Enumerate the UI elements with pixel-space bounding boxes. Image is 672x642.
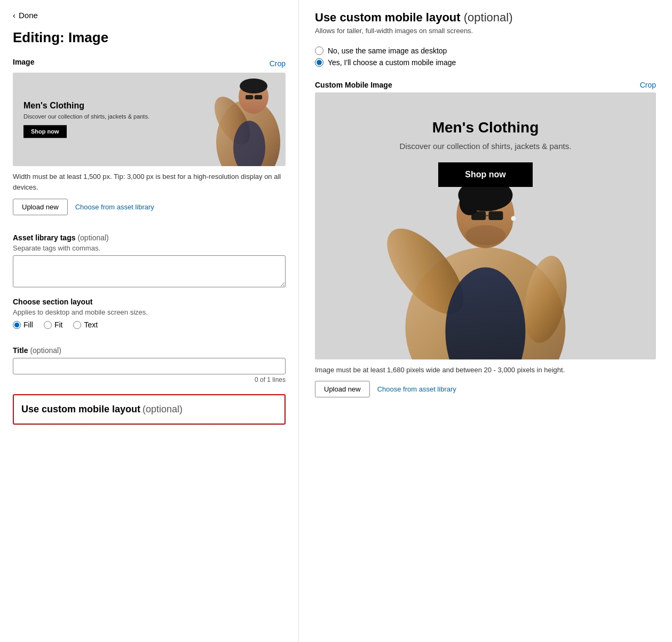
svg-rect-16	[471, 212, 486, 221]
right-title-text: Use custom mobile layout	[315, 11, 461, 24]
layout-fill-option[interactable]: Fill	[13, 320, 33, 329]
layout-text-option[interactable]: Text	[73, 320, 98, 329]
asset-library-link-desktop[interactable]: Choose from asset library	[75, 203, 154, 211]
section-layout-label: Choose section layout	[13, 297, 286, 306]
custom-mobile-image-label: Custom Mobile Image	[315, 81, 392, 89]
section-layout-hint: Applies to desktop and mobile screen siz…	[13, 308, 286, 316]
layout-radio-group: Fill Fit Text	[13, 320, 286, 329]
upload-new-button-mobile[interactable]: Upload new	[315, 381, 370, 397]
mobile-image-desc: Discover our collection of shirts, jacke…	[400, 140, 572, 153]
desktop-person-illustration	[136, 73, 286, 166]
right-main-title-container: Use custom mobile layout (optional) Allo…	[315, 11, 656, 40]
right-panel: Use custom mobile layout (optional) Allo…	[299, 0, 672, 642]
chevron-left-icon: ‹	[13, 11, 15, 20]
layout-fill-radio[interactable]	[13, 321, 21, 329]
left-panel: ‹ Done Editing: Image Image Crop Men's C…	[0, 0, 299, 642]
crop-link-desktop[interactable]: Crop	[270, 59, 286, 68]
desktop-image-preview: Men's Clothing Discover our collection o…	[13, 73, 286, 166]
mobile-text-overlay: Men's Clothing Discover our collection o…	[400, 119, 572, 187]
asset-tags-label: Asset library tags	[13, 233, 76, 242]
custom-mobile-section-left: Use custom mobile layout (optional)	[13, 394, 286, 425]
svg-point-21	[465, 225, 505, 246]
section-layout-section: Choose section layout Applies to desktop…	[13, 297, 286, 329]
right-main-title: Use custom mobile layout (optional)	[315, 11, 656, 25]
crop-link-mobile[interactable]: Crop	[640, 81, 656, 89]
custom-mobile-label-left: Use custom mobile layout	[21, 404, 140, 414]
asset-tags-section: Asset library tags (optional) Separate t…	[13, 233, 286, 289]
asset-tags-input[interactable]	[13, 255, 286, 287]
title-section: Title (optional) 0 of 1 lines	[13, 346, 286, 383]
image-label: Image	[13, 58, 34, 66]
mobile-yes-option[interactable]: Yes, I'll choose a custom mobile image	[315, 58, 656, 67]
layout-text-radio[interactable]	[73, 321, 81, 329]
mobile-person-illustration	[315, 159, 656, 359]
custom-mobile-optional-left: (optional)	[143, 404, 183, 414]
layout-fill-label: Fill	[23, 320, 33, 329]
custom-mobile-image-section: Custom Mobile Image Crop Men's Clothing …	[315, 76, 656, 403]
asset-tags-hint: Separate tags with commas.	[13, 244, 286, 252]
svg-point-19	[511, 216, 516, 221]
title-input[interactable]	[13, 358, 286, 374]
layout-text-label: Text	[84, 320, 98, 329]
back-link[interactable]: ‹ Done	[13, 11, 286, 20]
upload-new-button-desktop[interactable]: Upload new	[13, 199, 68, 215]
asset-library-link-mobile[interactable]: Choose from asset library	[377, 385, 456, 393]
layout-fit-option[interactable]: Fit	[44, 320, 63, 329]
mobile-no-label: No, use the same image as desktop	[328, 46, 447, 55]
title-label: Title	[13, 346, 28, 355]
mobile-no-radio[interactable]	[315, 46, 323, 55]
layout-fit-radio[interactable]	[44, 321, 52, 329]
layout-fit-label: Fit	[54, 320, 63, 329]
desktop-upload-row: Upload new Choose from asset library	[13, 199, 286, 215]
mobile-image-preview: Men's Clothing Discover our collection o…	[315, 92, 656, 359]
desktop-image-desc: Discover our collection of shirts, jacke…	[23, 113, 149, 121]
title-char-count: 0 of 1 lines	[13, 376, 286, 383]
mobile-image-title: Men's Clothing	[400, 119, 572, 136]
mobile-image-hint: Image must be at least 1,680 pixels wide…	[315, 365, 656, 375]
mobile-layout-radio-group: No, use the same image as desktop Yes, I…	[315, 46, 656, 70]
image-section: Image Crop Men's Clothing Discover our c…	[13, 58, 286, 225]
mobile-no-option[interactable]: No, use the same image as desktop	[315, 46, 656, 55]
mobile-yes-radio[interactable]	[315, 58, 323, 67]
asset-tags-optional: (optional)	[77, 233, 108, 242]
mobile-shop-now-button[interactable]: Shop now	[438, 162, 532, 187]
back-label: Done	[19, 11, 38, 20]
mobile-upload-row: Upload new Choose from asset library	[315, 381, 656, 397]
svg-point-3	[240, 79, 267, 93]
image-hint-desktop: Width must be at least 1,500 px. Tip: 3,…	[13, 171, 286, 192]
desktop-image-title: Men's Clothing	[23, 101, 149, 111]
title-optional: (optional)	[30, 346, 61, 355]
desktop-shop-now-button[interactable]: Shop now	[23, 125, 67, 138]
right-description: Allows for taller, full-width images on …	[315, 27, 656, 35]
editing-title: Editing: Image	[13, 29, 286, 46]
svg-rect-4	[246, 95, 253, 99]
right-title-optional: (optional)	[464, 11, 513, 24]
svg-rect-5	[255, 95, 262, 99]
svg-rect-17	[489, 212, 503, 221]
mobile-yes-label: Yes, I'll choose a custom mobile image	[328, 58, 456, 67]
